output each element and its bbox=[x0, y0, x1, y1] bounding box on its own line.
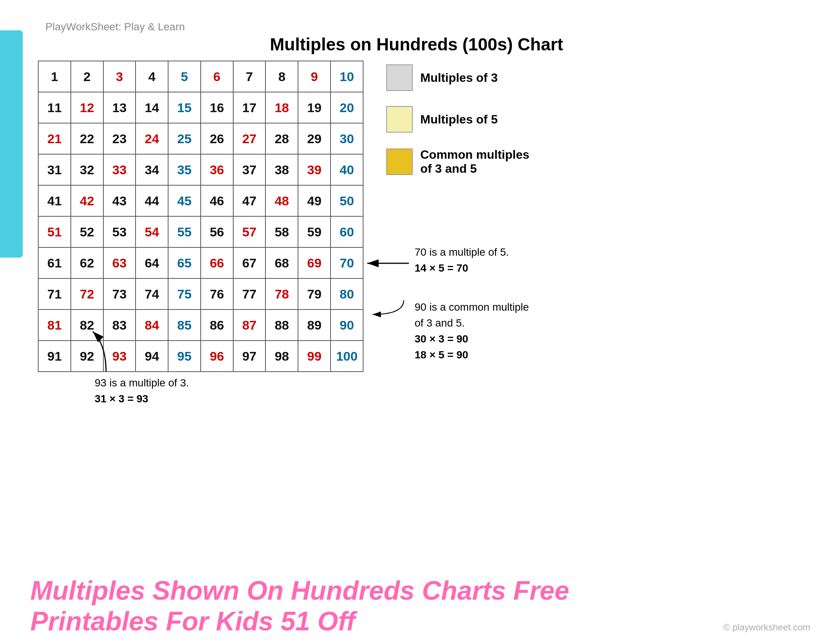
table-cell-72: 72 bbox=[71, 279, 103, 309]
table-cell-43: 43 bbox=[103, 185, 136, 216]
table-cell-98: 98 bbox=[265, 341, 298, 372]
table-cell-61: 61 bbox=[38, 247, 71, 279]
table-cell-67: 67 bbox=[233, 247, 266, 279]
table-cell-70: 70 bbox=[331, 247, 363, 279]
table-cell-12: 12 bbox=[71, 92, 103, 123]
table-cell-28: 28 bbox=[265, 123, 298, 154]
table-cell-9: 9 bbox=[298, 61, 331, 92]
table-cell-76: 76 bbox=[201, 279, 233, 309]
table-cell-36: 36 bbox=[201, 154, 233, 185]
table-cell-71: 71 bbox=[38, 279, 71, 309]
table-cell-20: 20 bbox=[331, 92, 363, 123]
table-cell-73: 73 bbox=[103, 279, 136, 309]
table-cell-25: 25 bbox=[168, 123, 201, 154]
table-cell-68: 68 bbox=[265, 247, 298, 279]
table-cell-91: 91 bbox=[38, 341, 71, 372]
annotation-70: 70 is a multiple of 5. 14 × 5 = 70 bbox=[415, 244, 509, 276]
table-cell-89: 89 bbox=[298, 309, 331, 341]
table-cell-46: 46 bbox=[201, 185, 233, 216]
table-cell-59: 59 bbox=[298, 216, 331, 247]
table-cell-19: 19 bbox=[298, 92, 331, 123]
table-cell-38: 38 bbox=[265, 154, 298, 185]
table-cell-57: 57 bbox=[233, 216, 266, 247]
table-cell-88: 88 bbox=[265, 309, 298, 341]
table-cell-34: 34 bbox=[135, 154, 168, 185]
table-cell-100: 100 bbox=[331, 341, 363, 372]
table-cell-45: 45 bbox=[168, 185, 201, 216]
table-cell-23: 23 bbox=[103, 123, 136, 154]
watermark-bar bbox=[0, 30, 23, 258]
table-cell-48: 48 bbox=[265, 185, 298, 216]
chart-container: 1234567891011121314151617181920212223242… bbox=[38, 61, 363, 372]
legend-mult15-label: Common multiplesof 3 and 5 bbox=[420, 148, 529, 176]
table-cell-22: 22 bbox=[71, 123, 103, 154]
table-cell-78: 78 bbox=[265, 279, 298, 309]
table-cell-47: 47 bbox=[233, 185, 266, 216]
table-cell-77: 77 bbox=[233, 279, 266, 309]
table-cell-58: 58 bbox=[265, 216, 298, 247]
table-cell-69: 69 bbox=[298, 247, 331, 279]
table-cell-40: 40 bbox=[331, 154, 363, 185]
table-cell-94: 94 bbox=[135, 341, 168, 372]
legend-mult3-label: Multiples of 3 bbox=[420, 71, 497, 85]
legend-mult3-box bbox=[386, 64, 413, 91]
table-cell-90: 90 bbox=[331, 309, 363, 341]
table-cell-39: 39 bbox=[298, 154, 331, 185]
table-cell-8: 8 bbox=[265, 61, 298, 92]
page-title: Multiples on Hundreds (100s) Chart bbox=[0, 34, 833, 55]
table-cell-11: 11 bbox=[38, 92, 71, 123]
table-cell-62: 62 bbox=[71, 247, 103, 279]
table-cell-85: 85 bbox=[168, 309, 201, 341]
table-cell-74: 74 bbox=[135, 279, 168, 309]
table-cell-4: 4 bbox=[135, 61, 168, 92]
table-cell-99: 99 bbox=[298, 341, 331, 372]
table-cell-29: 29 bbox=[298, 123, 331, 154]
table-cell-10: 10 bbox=[331, 61, 363, 92]
table-cell-13: 13 bbox=[103, 92, 136, 123]
legend-mult5: Multiples of 5 bbox=[386, 106, 530, 133]
table-cell-96: 96 bbox=[201, 341, 233, 372]
annotation-90: 90 is a common multiple of 3 and 5. 30 ×… bbox=[415, 299, 529, 363]
arrow-90 bbox=[363, 297, 413, 320]
table-cell-30: 30 bbox=[331, 123, 363, 154]
table-cell-95: 95 bbox=[168, 341, 201, 372]
table-cell-75: 75 bbox=[168, 279, 201, 309]
table-cell-52: 52 bbox=[71, 216, 103, 247]
table-cell-1: 1 bbox=[38, 61, 71, 92]
table-cell-7: 7 bbox=[233, 61, 266, 92]
annotation-93: 93 is a multiple of 3. 31 × 3 = 93 bbox=[95, 375, 189, 407]
table-cell-2: 2 bbox=[71, 61, 103, 92]
legend-mult15: Common multiplesof 3 and 5 bbox=[386, 148, 530, 176]
table-cell-54: 54 bbox=[135, 216, 168, 247]
table-cell-3: 3 bbox=[103, 61, 136, 92]
legend-mult15-box bbox=[386, 148, 413, 175]
table-cell-55: 55 bbox=[168, 216, 201, 247]
table-cell-37: 37 bbox=[233, 154, 266, 185]
legend-mult5-label: Multiples of 5 bbox=[420, 113, 497, 127]
table-cell-65: 65 bbox=[168, 247, 201, 279]
bottom-promo-text: Multiples Shown On Hundreds Charts Free … bbox=[30, 575, 569, 636]
legend-mult5-box bbox=[386, 106, 413, 133]
table-cell-18: 18 bbox=[265, 92, 298, 123]
arrow-93 bbox=[91, 330, 121, 375]
table-cell-14: 14 bbox=[135, 92, 168, 123]
table-cell-16: 16 bbox=[201, 92, 233, 123]
table-cell-41: 41 bbox=[38, 185, 71, 216]
legend-mult3: Multiples of 3 bbox=[386, 64, 530, 91]
table-cell-60: 60 bbox=[331, 216, 363, 247]
table-cell-15: 15 bbox=[168, 92, 201, 123]
table-cell-79: 79 bbox=[298, 279, 331, 309]
table-cell-64: 64 bbox=[135, 247, 168, 279]
table-cell-6: 6 bbox=[201, 61, 233, 92]
table-cell-56: 56 bbox=[201, 216, 233, 247]
table-cell-27: 27 bbox=[233, 123, 266, 154]
table-cell-87: 87 bbox=[233, 309, 266, 341]
table-cell-26: 26 bbox=[201, 123, 233, 154]
table-cell-32: 32 bbox=[71, 154, 103, 185]
table-cell-66: 66 bbox=[201, 247, 233, 279]
table-cell-33: 33 bbox=[103, 154, 136, 185]
table-cell-17: 17 bbox=[233, 92, 266, 123]
table-cell-86: 86 bbox=[201, 309, 233, 341]
brand-label: PlayWorkSheet: Play & Learn bbox=[45, 21, 185, 33]
table-cell-42: 42 bbox=[71, 185, 103, 216]
